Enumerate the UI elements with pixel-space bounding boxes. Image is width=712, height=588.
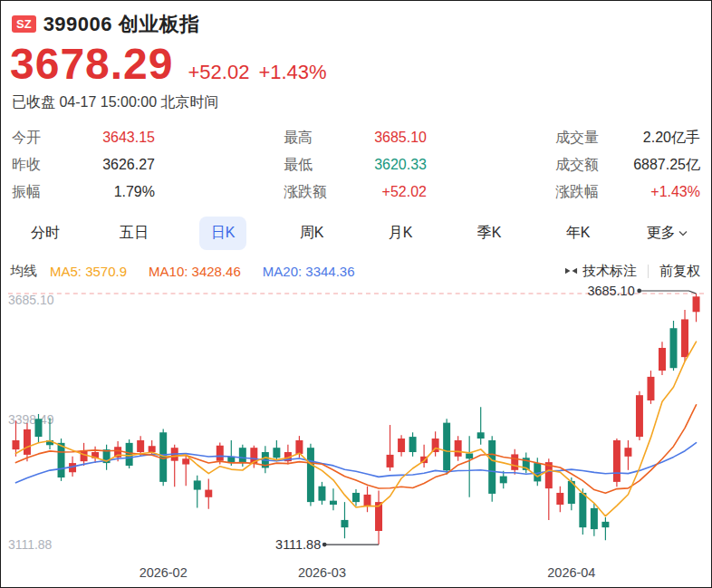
divider	[648, 265, 649, 278]
symbol-title: 399006 创业板指	[43, 11, 200, 38]
annotation-tool-icon	[564, 265, 578, 276]
chevron-down-icon	[678, 230, 688, 236]
kline-chart[interactable]: 3685.103398.493111.882026-022026-032026-…	[1, 282, 711, 587]
stat-open: 今开 3643.15	[1, 124, 238, 151]
tech-annotation-button[interactable]: 技术标注	[564, 263, 637, 280]
stat-high: 最高 3685.10	[238, 124, 476, 151]
stats-column-2: 最高 3685.10 最低 3620.33 涨跌额 +52.02	[238, 124, 476, 206]
svg-text:2026-03: 2026-03	[298, 565, 346, 580]
stock-detail-page: SZ 399006 创业板指 3678.29 +52.02 +1.43% 已收盘…	[0, 0, 712, 588]
tab-monthly-k[interactable]: 月K	[377, 217, 425, 250]
market-status-line: 已收盘 04-17 15:00:00 北京时间	[1, 93, 711, 111]
ma-legend-bar: 均线 MA5: 3570.9 MA10: 3428.46 MA20: 3344.…	[1, 260, 711, 282]
stat-volume: 成交量 2.20亿手	[476, 124, 712, 151]
tab-weekly-k[interactable]: 周K	[288, 217, 336, 250]
stat-amplitude: 振幅 1.79%	[1, 178, 238, 206]
quote-stats-grid: 今开 3643.15 昨收 3626.27 振幅 1.79% 最高 3685.1…	[1, 124, 711, 206]
svg-text:3111.88: 3111.88	[8, 537, 53, 552]
svg-text:3398.49: 3398.49	[8, 412, 54, 427]
stat-turnover: 成交额 6887.25亿	[476, 151, 712, 178]
stats-column-1: 今开 3643.15 昨收 3626.27 振幅 1.79%	[1, 124, 238, 206]
forward-adjust-button[interactable]: 前复权	[659, 263, 700, 280]
stat-change-percent: 涨跌幅 +1.43%	[476, 178, 712, 206]
svg-text:2026-04: 2026-04	[547, 565, 595, 580]
svg-text:3685.10: 3685.10	[587, 284, 634, 298]
exchange-badge: SZ	[12, 15, 36, 33]
chart-tools: 技术标注 前复权	[564, 263, 700, 280]
svg-text:2026-02: 2026-02	[140, 565, 188, 580]
last-price: 3678.29	[10, 39, 174, 89]
svg-text:3685.10: 3685.10	[8, 293, 54, 307]
tab-more[interactable]: 更多	[635, 217, 699, 250]
tab-daily-k[interactable]: 日K	[199, 217, 247, 250]
tab-yearly-k[interactable]: 年K	[554, 217, 602, 250]
ma5-legend: MA5: 3570.9	[50, 264, 127, 279]
ma-title: 均线	[10, 263, 37, 280]
stat-low: 最低 3620.33	[238, 151, 476, 178]
stats-column-3: 成交量 2.20亿手 成交额 6887.25亿 涨跌幅 +1.43%	[476, 124, 712, 206]
stat-prev-close: 昨收 3626.27	[1, 151, 238, 178]
kline-chart-area: 3685.103398.493111.882026-022026-032026-…	[1, 282, 711, 587]
tab-minute[interactable]: 分时	[19, 217, 72, 250]
title-row: SZ 399006 创业板指	[1, 1, 711, 35]
tab-quarterly-k[interactable]: 季K	[466, 217, 514, 250]
svg-text:3111.88: 3111.88	[275, 537, 321, 552]
ma20-legend: MA20: 3344.36	[263, 264, 355, 279]
price-change-percent: +1.43%	[258, 61, 326, 84]
price-row: 3678.29 +52.02 +1.43%	[1, 39, 711, 86]
stat-change-amount: 涨跌额 +52.02	[238, 178, 476, 206]
period-tab-bar: 分时 五日 日K 周K 月K 季K 年K 更多	[1, 215, 711, 251]
tab-five-day[interactable]: 五日	[108, 217, 160, 250]
price-change: +52.02	[188, 61, 250, 84]
ma10-legend: MA10: 3428.46	[149, 264, 241, 279]
